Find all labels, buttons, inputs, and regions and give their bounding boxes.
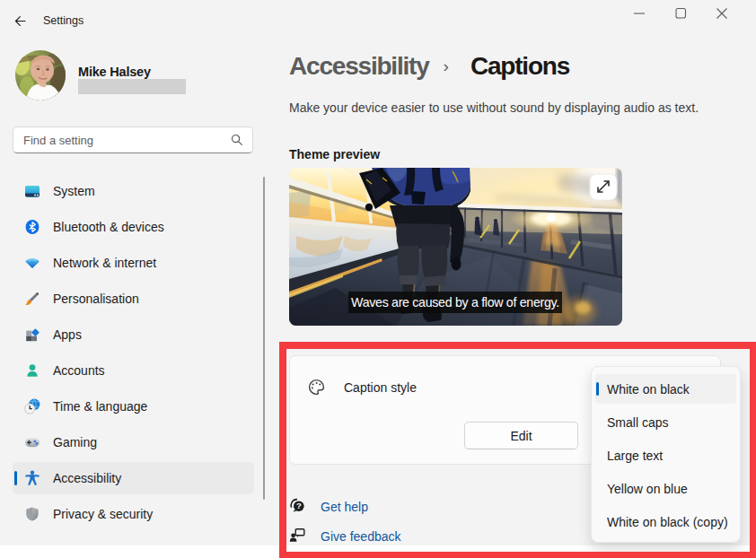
- svg-text:Waves are caused by a flow of: Waves are caused by a flow of energy.: [351, 295, 559, 310]
